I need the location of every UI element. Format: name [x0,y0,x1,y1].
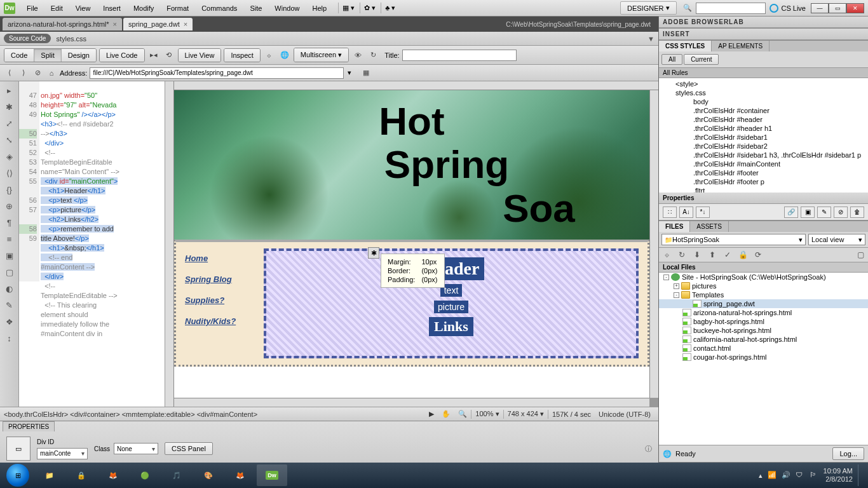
clock[interactable]: 10:09 AM2/8/2012 [824,467,853,484]
css-styles-tab[interactable]: CSS STYLES [659,41,712,51]
div-id-select[interactable]: mainConte [37,448,88,459]
menu-edit[interactable]: Edit [44,2,69,15]
help-icon[interactable]: ⓘ [645,444,652,454]
checkin-icon[interactable]: 🔒 [738,250,748,260]
multiscreen-button[interactable]: Multiscreen ▾ [294,48,348,62]
indent-icon[interactable]: ▣ [3,249,16,262]
select-parent-icon[interactable]: ⤡ [3,133,16,146]
css-panel-button[interactable]: CSS Panel [165,442,213,455]
sidebar-link[interactable]: Supplies? [185,295,255,305]
syntax-icon[interactable]: ⊕ [3,200,16,212]
recent-snippets-icon[interactable]: ❖ [3,315,16,328]
css-rule-row[interactable]: .thrColElsHdr #sidebar1 [660,133,867,142]
sidebar-link[interactable]: Spring Blog [185,274,255,284]
tree-row[interactable]: contact.html [659,344,868,353]
show-desktop-button[interactable] [858,464,863,486]
get-icon[interactable]: ⬇ [692,250,702,260]
network-icon[interactable]: 📶 [768,471,776,480]
attach-icon[interactable]: 🔗 [784,207,798,218]
css-rule-row[interactable]: <style> [660,79,867,88]
collapse-icon[interactable]: ✱ [3,100,16,113]
tree-row[interactable]: -Site - HotSpringSoak (C:\Web\HotSpringS… [659,273,868,281]
menu-modify[interactable]: Modify [127,2,160,15]
doc-tab[interactable]: arizona-natural-hot-springs.html*× [3,18,122,30]
menu-help[interactable]: Help [306,2,333,15]
hand-tool-icon[interactable]: ✋ [438,410,454,418]
source-code-chip[interactable]: Source Code [4,34,51,43]
refresh-icon[interactable]: ↻ [367,49,379,62]
cs-live-button[interactable]: CS Live [770,4,806,13]
css-rule-row[interactable]: .fltrt [660,186,867,193]
css-rule-row[interactable]: .thrColElsHdr #mainContent [660,159,867,168]
list-view-icon[interactable]: A↓ [679,207,693,218]
show-hidden-icon[interactable]: ▴ [759,471,763,480]
outdent-icon[interactable]: ▢ [3,266,16,278]
taskbar-dreamweaver-icon[interactable]: Dw [257,464,287,486]
extend-icon[interactable]: ✿ ▾ [360,3,379,13]
connect-icon[interactable]: ⟐ [661,250,672,260]
log-button[interactable]: Log... [832,447,864,460]
zoom-level[interactable]: 100% ▾ [471,410,503,418]
insert-panel[interactable]: INSERT [659,29,868,40]
search-icon[interactable]: 🔍 [682,3,693,14]
sidebar-link[interactable]: Nudity/Kids? [185,316,255,326]
files-tree[interactable]: -Site - HotSpringSoak (C:\Web\HotSpringS… [659,273,868,445]
css-rule-row[interactable]: .thrColElsHdr #container [660,106,867,115]
all-button[interactable]: All [661,54,682,65]
css-rule-row[interactable]: styles.css [660,88,867,97]
inspect-icon-1[interactable]: ⟲ [163,49,175,62]
view-options-icon[interactable]: 👁 [351,49,364,62]
action-center-icon[interactable]: 🏳 [810,471,818,480]
live-view-button[interactable]: Live View [179,49,221,62]
stop-icon[interactable]: ⊘ [32,67,43,79]
comment-icon[interactable]: ◐ [3,282,16,295]
css-rule-row[interactable]: body [660,97,867,106]
design-view-pane[interactable]: Hot Spring Soa Home Spring Blog Supplies… [165,81,658,407]
hidden-chars-icon[interactable]: ≡ [3,233,16,245]
class-select[interactable]: None [114,443,158,454]
expand-icon[interactable]: ⤢ [3,117,16,130]
home-icon[interactable]: ⌂ [46,67,57,79]
title-input[interactable] [402,50,517,61]
maximize-button[interactable]: ▭ [829,3,846,13]
start-button[interactable]: ⊞ [3,464,33,486]
horizontal-scrollbar[interactable] [174,398,649,407]
sidebar-link[interactable]: Home [185,254,255,263]
category-view-icon[interactable]: ∷ [663,207,677,218]
tree-row[interactable]: arizona-natural-hot-springs.html [659,308,868,317]
menu-insert[interactable]: Insert [97,2,127,15]
back-icon[interactable]: ⟨ [4,67,15,79]
line-numbers-icon[interactable]: ⟨⟩ [3,166,16,179]
browserlab-panel[interactable]: ADOBE BROWSERLAB [659,17,868,28]
put-icon[interactable]: ⬆ [707,250,717,260]
main-picture[interactable]: picture [434,301,468,313]
pointer-tool-icon[interactable]: ▶ [425,410,438,418]
inspect-button[interactable]: Inspect [224,49,259,62]
css-rule-row[interactable]: .thrColElsHdr #sidebar2 [660,142,867,151]
filter-icon[interactable]: ▼ [648,35,654,43]
css-rules-tree[interactable]: <style>styles.cssbody.thrColElsHdr #cont… [659,78,868,193]
css-rule-row[interactable]: .thrColElsHdr #footer p [660,177,867,186]
taskbar-paint-icon[interactable]: 🎨 [193,464,224,486]
design-canvas[interactable]: Hot Spring Soa Home Spring Blog Supplies… [174,90,649,398]
close-button[interactable]: ✕ [846,3,864,13]
code-content[interactable]: on.jpg" width="50" height="97" alt="Neva… [39,81,165,339]
current-button[interactable]: Current [684,54,719,65]
editable-region-icon[interactable]: ✱ [368,247,379,259]
set-view-icon[interactable]: *↓ [696,207,710,218]
doc-tab[interactable]: spring_page.dwt× [123,18,193,30]
taskbar-gimp-icon[interactable]: 🦊 [225,464,255,486]
minimize-button[interactable]: — [811,3,829,13]
zoom-tool-icon[interactable]: 🔍 [454,410,471,418]
tree-row[interactable]: -Templates [659,290,868,299]
tree-row[interactable]: +pictures [659,281,868,290]
close-icon[interactable]: × [184,20,187,28]
window-size[interactable]: 748 x 424 ▾ [504,410,548,418]
menu-view[interactable]: View [69,2,97,15]
check-icon[interactable]: ▸◂ [147,49,160,62]
delete-rule-icon[interactable]: 🗑 [850,207,864,218]
ap-elements-tab[interactable]: AP ELEMENTS [712,41,770,51]
expand-files-icon[interactable]: ▢ [855,250,865,260]
search-input[interactable] [696,3,766,14]
vertical-scrollbar[interactable] [649,90,658,398]
